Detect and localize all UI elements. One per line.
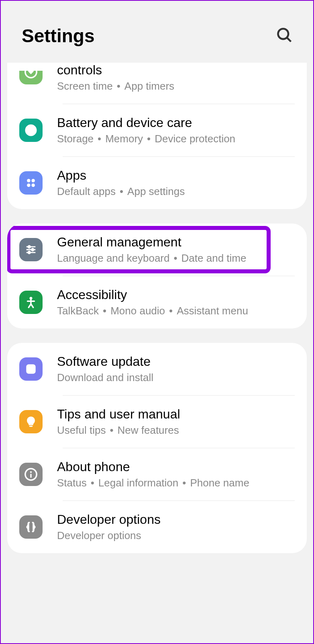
- item-subtitle: Download and install: [57, 371, 295, 384]
- settings-item-controls[interactable]: controlsScreen time•App timers: [7, 63, 307, 104]
- settings-list: controlsScreen time•App timersBattery an…: [1, 63, 313, 553]
- bulb-icon: [19, 410, 43, 433]
- svg-line-1: [287, 38, 291, 41]
- grid4-icon: [19, 171, 43, 195]
- item-text: controlsScreen time•App timers: [57, 63, 295, 92]
- item-title: Tips and user manual: [57, 407, 295, 422]
- svg-point-4: [29, 128, 33, 132]
- settings-item-software[interactable]: Software updateDownload and install: [7, 343, 307, 395]
- item-text: AppsDefault apps•App settings: [57, 168, 295, 198]
- item-text: Battery and device careStorage•Memory•De…: [57, 115, 295, 145]
- item-title: Battery and device care: [57, 115, 295, 130]
- settings-group: Software updateDownload and installTips …: [7, 343, 307, 553]
- heart-circle-icon: [19, 71, 43, 84]
- svg-point-8: [31, 183, 35, 187]
- svg-point-7: [27, 183, 31, 187]
- item-subtitle: Status•Legal information•Phone name: [57, 477, 295, 489]
- item-subtitle: Developer options: [57, 529, 295, 542]
- item-title: About phone: [57, 459, 295, 474]
- header: Settings: [1, 1, 313, 63]
- item-subtitle: TalkBack•Mono audio•Assistant menu: [57, 305, 295, 317]
- item-title: controls: [57, 63, 295, 78]
- settings-item-general[interactable]: General managementLanguage and keyboard•…: [7, 224, 307, 276]
- settings-group: controlsScreen time•App timersBattery an…: [7, 63, 307, 209]
- settings-group: General managementLanguage and keyboard•…: [7, 224, 307, 328]
- item-title: Accessibility: [57, 287, 295, 302]
- svg-point-14: [28, 251, 31, 254]
- settings-item-about[interactable]: About phoneStatus•Legal information•Phon…: [7, 448, 307, 500]
- svg-point-6: [31, 179, 35, 183]
- item-title: Developer options: [57, 512, 295, 527]
- item-title: Software update: [57, 354, 295, 369]
- item-text: Software updateDownload and install: [57, 354, 295, 384]
- item-subtitle: Default apps•App settings: [57, 185, 295, 198]
- item-text: About phoneStatus•Legal information•Phon…: [57, 459, 295, 489]
- svg-point-19: [30, 471, 32, 473]
- settings-item-accessibility[interactable]: AccessibilityTalkBack•Mono audio•Assista…: [7, 276, 307, 328]
- item-subtitle: Screen time•App timers: [57, 80, 295, 92]
- svg-point-12: [31, 248, 34, 251]
- person-icon: [19, 291, 43, 314]
- settings-item-tips[interactable]: Tips and user manualUseful tips•New feat…: [7, 396, 307, 448]
- settings-item-battery[interactable]: Battery and device careStorage•Memory•De…: [7, 104, 307, 156]
- settings-item-apps[interactable]: AppsDefault apps•App settings: [7, 157, 307, 209]
- item-title: General management: [57, 235, 295, 250]
- target-icon: [19, 119, 43, 142]
- info-icon: [19, 463, 43, 486]
- item-subtitle: Useful tips•New features: [57, 424, 295, 437]
- item-text: AccessibilityTalkBack•Mono audio•Assista…: [57, 287, 295, 317]
- settings-item-developer[interactable]: Developer optionsDeveloper options: [7, 501, 307, 553]
- item-text: Developer optionsDeveloper options: [57, 512, 295, 542]
- svg-point-5: [27, 179, 31, 183]
- sliders-icon: [19, 238, 43, 261]
- svg-point-0: [278, 29, 288, 39]
- item-subtitle: Storage•Memory•Device protection: [57, 133, 295, 145]
- svg-point-10: [28, 246, 31, 248]
- download-icon: [19, 357, 43, 381]
- item-subtitle: Language and keyboard•Date and time: [57, 252, 295, 265]
- page-title: Settings: [22, 25, 94, 47]
- item-title: Apps: [57, 168, 295, 183]
- svg-rect-17: [29, 426, 33, 427]
- braces-icon: [19, 515, 43, 539]
- search-icon[interactable]: [275, 26, 293, 45]
- svg-rect-20: [30, 474, 31, 478]
- item-text: General managementLanguage and keyboard•…: [57, 235, 295, 265]
- item-text: Tips and user manualUseful tips•New feat…: [57, 407, 295, 437]
